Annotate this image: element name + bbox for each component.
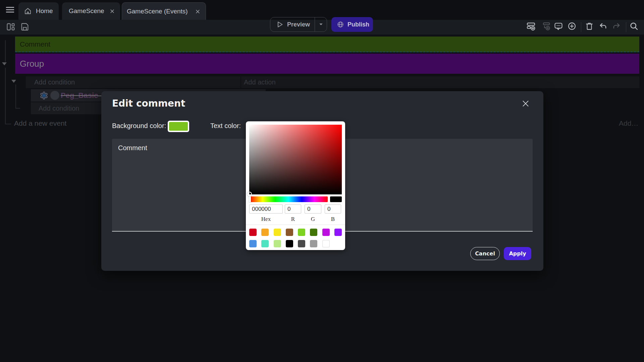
hue-slider[interactable] (249, 196, 328, 202)
cancel-button-label: Cancel (475, 250, 495, 257)
hue-slider-handle[interactable] (249, 196, 251, 202)
preset-swatch-9b9b9b[interactable] (310, 240, 317, 247)
globe-icon (337, 21, 344, 28)
hex-input[interactable] (249, 204, 283, 214)
preset-swatch-bd10e0[interactable] (322, 229, 330, 236)
publish-button[interactable]: Publish (331, 17, 373, 32)
search-icon[interactable] (629, 21, 639, 31)
preset-swatch-4a4a4a[interactable] (298, 240, 305, 247)
home-icon (24, 7, 32, 15)
preset-swatch-8b572a[interactable] (286, 229, 293, 236)
tab-gamescene[interactable]: GameScene (62, 2, 120, 20)
close-icon[interactable] (521, 99, 530, 108)
tab-gamescene-events-label: GameScene (Events) (127, 8, 188, 15)
preview-button[interactable]: Preview (270, 17, 327, 32)
picker-divider (246, 225, 345, 225)
preset-swatch-417505[interactable] (310, 229, 317, 236)
preset-swatch-row (249, 240, 330, 247)
add-event-icon[interactable] (526, 21, 536, 31)
add-subevent-icon[interactable] (541, 21, 551, 31)
color-picker-popover: Hex R G B (246, 121, 345, 250)
redo-icon[interactable] (612, 21, 621, 31)
trash-icon[interactable] (585, 21, 594, 31)
preset-swatch-ffffff[interactable] (322, 240, 330, 247)
hex-label: Hex (249, 216, 283, 223)
background-color-label: Background color: (112, 120, 166, 131)
preset-swatch-f5a623[interactable] (261, 229, 269, 236)
preset-swatch-4a90e2[interactable] (249, 240, 257, 247)
tab-close-icon[interactable] (110, 9, 115, 14)
hamburger-icon[interactable] (5, 6, 15, 14)
publish-button-label: Publish (347, 21, 369, 28)
dialog-title: Edit comment (112, 98, 185, 109)
apply-button[interactable]: Apply (504, 247, 531, 260)
cancel-button[interactable]: Cancel (470, 247, 500, 260)
comment-bubble-icon[interactable] (554, 21, 563, 31)
preview-button-label: Preview (287, 21, 310, 28)
preset-swatch-d0021b[interactable] (249, 229, 257, 236)
tab-home[interactable]: Home (18, 2, 59, 20)
play-icon (276, 20, 284, 28)
preset-swatch-b8e986[interactable] (274, 240, 281, 247)
panels-icon[interactable] (6, 22, 15, 32)
g-label: G (305, 216, 321, 223)
r-label: R (285, 216, 301, 223)
preset-swatch-50e3c2[interactable] (261, 240, 269, 247)
saturation-cursor[interactable] (247, 192, 252, 196)
gdevelop-app-window: Home GameScene GameScene (Events) Previe… (0, 0, 644, 362)
b-label: B (325, 216, 341, 223)
tab-gamescene-label: GameScene (69, 7, 104, 15)
add-circle-icon[interactable] (567, 21, 577, 31)
tab-home-label: Home (36, 7, 53, 15)
r-input[interactable] (285, 204, 301, 214)
b-input[interactable] (325, 204, 341, 214)
background-color-swatch[interactable] (168, 121, 189, 132)
saturation-area[interactable] (249, 125, 342, 194)
preset-swatch-7ed321[interactable] (298, 229, 305, 236)
background-color-swatch-fill (169, 122, 188, 131)
current-color-preview (330, 196, 342, 202)
tab-gamescene-events[interactable]: GameScene (Events) (122, 2, 206, 20)
caret-down-icon[interactable] (318, 22, 324, 27)
g-input[interactable] (305, 204, 321, 214)
undo-icon[interactable] (598, 21, 608, 31)
edit-comment-dialog: Edit comment Background color: Text colo… (101, 91, 543, 271)
preset-swatch-9013fe[interactable] (334, 229, 342, 236)
preset-swatch-000000[interactable] (286, 240, 293, 247)
apply-button-label: Apply (509, 250, 526, 257)
preset-swatch-row (249, 229, 342, 236)
text-color-label: Text color: (210, 120, 241, 131)
preset-swatch-f8e71c[interactable] (274, 229, 281, 236)
tab-close-icon[interactable] (195, 9, 200, 14)
save-icon[interactable] (20, 22, 30, 32)
